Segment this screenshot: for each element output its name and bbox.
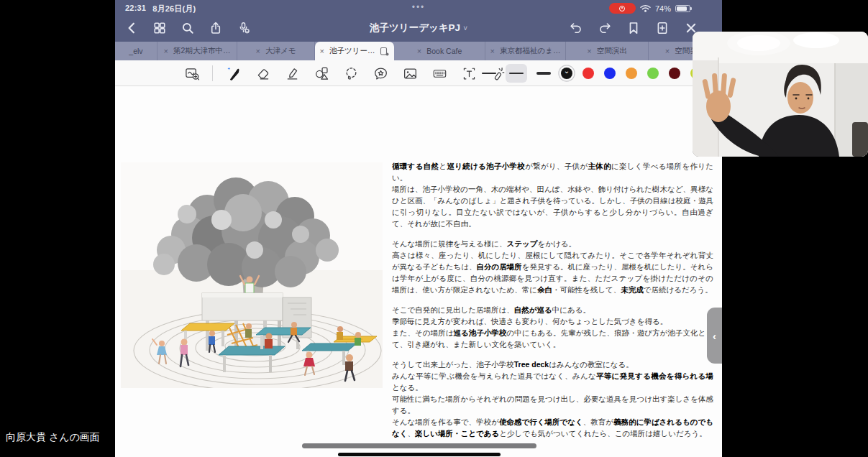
tab-第2期大津市中[interactable]: ×第2期大津市中…: [157, 42, 237, 60]
text-line: また、その場所は巡る池子小学校の中にもある。先輩が残した、痕跡・遊び方が池子文化…: [392, 327, 713, 350]
bold-text: 巡る池子小学校: [454, 328, 507, 337]
text: 場所は、池子小学校の一角、木の端材や、田んぼ、水鉢や、飾り付けられた樹木など、異…: [392, 185, 713, 228]
text: 中にある。: [552, 305, 590, 314]
text: はみんなの教室になる。: [549, 360, 633, 369]
redo-icon[interactable]: [595, 19, 614, 37]
text: と少しでも気がついてくれたら、この場所は嬉しいだろう。: [499, 429, 706, 438]
color-swatch-green[interactable]: [647, 68, 659, 79]
tab-label: 大津メモ: [265, 46, 296, 56]
tab-空間演出[interactable]: ×空間演出: [566, 42, 649, 60]
webcam-video[interactable]: [693, 32, 868, 157]
wifi-icon: [640, 4, 651, 12]
stroke-width-selector: [478, 60, 554, 86]
text: みんな平等に学ぶ機会を与えられた道具ではなく、みんな: [392, 371, 596, 380]
app-chrome: 22:31 8月26日(月) ••• 74%: [115, 0, 722, 42]
screen-share-label: 向原大貴 さんの画面: [6, 431, 100, 444]
battery-icon: [675, 5, 690, 12]
tab-_elv[interactable]: _elv: [115, 42, 157, 60]
color-swatch-blue[interactable]: [604, 68, 616, 79]
sticker-tool[interactable]: [371, 64, 390, 83]
toolbar-divider: [212, 65, 213, 81]
recording-indicator[interactable]: [609, 3, 636, 14]
text: が繋がり、子供が: [525, 162, 588, 170]
highlighter-tool[interactable]: [283, 64, 301, 83]
home-indicator[interactable]: [338, 453, 501, 456]
tab-close-icon[interactable]: ×: [490, 47, 495, 55]
pen-tool[interactable]: [224, 64, 242, 83]
text: 、教育が: [583, 417, 613, 426]
text: また、その場所は: [392, 328, 454, 337]
tree-deck-illustration: [121, 162, 383, 388]
color-swatch-black[interactable]: [561, 68, 572, 79]
battery-percent: 74%: [655, 4, 671, 13]
lasso-tool[interactable]: [342, 64, 360, 83]
tab-close-icon[interactable]: ×: [587, 47, 591, 55]
keyboard-tool[interactable]: [430, 64, 449, 83]
tab-label: 池子ツリー…: [329, 46, 375, 56]
text: 、: [408, 429, 416, 438]
color-swatch-orange[interactable]: [626, 68, 637, 79]
bookmark-icon[interactable]: [624, 19, 643, 37]
text-line: そんな場所に規律を与える様に、ステップをかける。: [392, 238, 713, 249]
tab-close-icon[interactable]: ×: [256, 47, 260, 55]
text-line: 循環する自然と巡り続ける池子小学校が繋がり、子供が主体的に楽しく学べる場所を作り…: [392, 160, 713, 183]
bold-text: 使命感で行く場所でなく: [499, 417, 583, 426]
bold-text: 自分の居場所: [477, 262, 522, 271]
kid-green: [355, 332, 361, 346]
stroke-width-medium[interactable]: [506, 64, 527, 83]
tab-大津メモ[interactable]: ×大津メモ: [237, 42, 315, 60]
bold-text: ステップ: [506, 239, 537, 248]
text: そんな場所を作る事で、学校が: [392, 417, 499, 426]
paragraph: そこで自発的に見出した居場所は、自然が巡る中にある。季節毎に見え方が変われば、快…: [392, 304, 713, 350]
tab-close-icon[interactable]: ×: [665, 47, 670, 55]
page-manage-icon[interactable]: [380, 47, 389, 56]
text-line: そんな場所を作る事で、学校が使命感で行く場所でなく、教育が義務的に学ばされるもの…: [392, 416, 713, 439]
text-line: そうして出来上がった、池子小学校Tree deckはみんなの教室になる。: [392, 359, 713, 370]
bold-text: Tree deck: [514, 360, 549, 369]
text-tool[interactable]: [460, 64, 478, 83]
tab-label: 空間演出: [597, 46, 627, 56]
add-page-icon[interactable]: [653, 19, 672, 37]
bold-text: 平等に発見する機会を得られる場: [596, 371, 713, 380]
color-swatch-maroon[interactable]: [669, 68, 680, 79]
tab-close-icon[interactable]: ×: [417, 47, 421, 55]
tab-label: 第2期大津市中…: [173, 46, 230, 56]
text: をかける。: [537, 239, 575, 248]
text: そこで自発的に見出した居場所は、: [392, 305, 514, 314]
stroke-width-thin[interactable]: [478, 64, 500, 83]
tab-close-icon[interactable]: ×: [320, 47, 324, 55]
text: となる。: [392, 383, 423, 392]
shapes-tool[interactable]: [312, 64, 331, 83]
color-swatch-red[interactable]: [583, 68, 594, 79]
kid-mustard: [337, 326, 343, 340]
bold-text: 巡り続ける池子小学校: [447, 162, 525, 170]
bold-text: 未完成: [621, 285, 644, 294]
tab-close-icon[interactable]: ×: [164, 47, 168, 55]
text: ・可能性を残して、: [552, 285, 621, 294]
zoom-window-tool[interactable]: [183, 64, 201, 83]
document-text: 循環する自然と巡り続ける池子小学校が繋がり、子供が主体的に楽しく学べる場所を作り…: [392, 160, 713, 448]
text: と: [439, 162, 447, 170]
tab-池子ツリー[interactable]: ×池子ツリー…: [315, 42, 394, 60]
text: で居続けるだろう。: [644, 285, 713, 294]
tab-bar: _elv×第2期大津市中…×大津メモ×池子ツリー…×Book Cafe×東京都福…: [115, 42, 722, 60]
tab-label: _elv: [129, 47, 142, 55]
paragraph: 循環する自然と巡り続ける池子小学校が繋がり、子供が主体的に楽しく学べる場所を作り…: [392, 160, 713, 229]
sidebar-handle[interactable]: ‹: [707, 308, 722, 364]
paragraph: そうして出来上がった、池子小学校Tree deckはみんなの教室になる。みんな平…: [392, 359, 713, 439]
text-line: そこで自発的に見出した居場所は、自然が巡る中にある。: [392, 304, 713, 315]
tab-BookCafe[interactable]: ×Book Cafe: [394, 42, 485, 60]
stroke-width-thick[interactable]: [533, 64, 554, 83]
bold-text: 楽しい場所・ことである: [415, 429, 499, 438]
bold-text: 余白: [537, 285, 552, 294]
horizontal-scrollbar[interactable]: [302, 443, 536, 448]
kid-olive: [245, 323, 252, 338]
undo-icon[interactable]: [567, 19, 585, 37]
text-line: みんな平等に学ぶ機会を与えられた道具ではなく、みんな平等に発見する機会を得られる…: [392, 370, 713, 393]
bold-text: 主体的: [588, 162, 611, 170]
tab-東京都福祉のま[interactable]: ×東京都福祉のま…: [485, 42, 566, 60]
tab-label: Book Cafe: [426, 47, 462, 55]
text: そうして出来上がった、池子小学校: [392, 360, 514, 369]
eraser-tool[interactable]: [253, 64, 272, 83]
image-tool[interactable]: [401, 64, 419, 83]
